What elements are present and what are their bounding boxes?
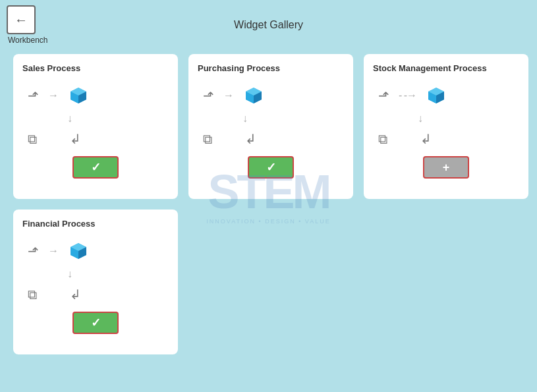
card-icons-stock: ⬏ - -→ ↓ ⧉ ↲ bbox=[373, 85, 519, 147]
card-icons-sales: ⬏ → ↓ ⧉ ↲ bbox=[22, 85, 169, 147]
check-icon-sales: ✓ bbox=[91, 160, 101, 175]
back-section: ← Workbench bbox=[7, 5, 47, 45]
arrow-icon-purchasing: → bbox=[223, 90, 234, 101]
card-icons-purchasing: ⬏ → ↓ ⧉ ↲ bbox=[198, 85, 344, 147]
down-arrow-icon-sales: ↓ bbox=[67, 113, 72, 125]
page-title: Widget Gallery bbox=[234, 19, 303, 31]
down-arrow-icon-stock: ↓ bbox=[418, 113, 423, 125]
icon-row2-purchasing: ↓ bbox=[242, 113, 248, 125]
action-btn-sales[interactable]: ✓ bbox=[72, 156, 119, 179]
icon-row2-sales: ↓ bbox=[67, 113, 72, 125]
upload-icon-purchasing: ⬏ bbox=[203, 88, 214, 103]
card-title-purchasing: Purchasing Process bbox=[198, 63, 344, 73]
return-icon-sales: ↲ bbox=[70, 131, 81, 147]
icon-row3-purchasing: ⧉ ↲ bbox=[203, 131, 256, 147]
down-arrow-icon-purchasing: ↓ bbox=[242, 113, 248, 125]
card-financial-process: Financial Process ⬏ → ↓ ⧉ ↲ ✓ bbox=[13, 210, 178, 354]
dashed-arrow-icon-stock: - -→ bbox=[399, 90, 416, 101]
header: ← Workbench Widget Gallery bbox=[0, 0, 537, 47]
icon-row3-stock: ⧉ ↲ bbox=[378, 131, 432, 147]
icon-row1-purchasing: ⬏ → bbox=[203, 85, 264, 106]
back-button[interactable]: ← bbox=[7, 5, 36, 34]
back-arrow-icon: ← bbox=[14, 13, 28, 26]
down-arrow-icon-financial: ↓ bbox=[67, 268, 72, 280]
widget-gallery-grid: Sales Process ⬏ → ↓ ⧉ ↲ ✓ bbox=[0, 47, 537, 361]
card-title-financial: Financial Process bbox=[22, 219, 169, 229]
card-sales-process: Sales Process ⬏ → ↓ ⧉ ↲ ✓ bbox=[13, 54, 178, 199]
action-btn-stock[interactable]: + bbox=[423, 156, 469, 179]
cube-icon-financial bbox=[68, 240, 89, 262]
check-icon-purchasing: ✓ bbox=[266, 160, 276, 175]
icon-row1-financial: ⬏ → bbox=[28, 240, 89, 262]
card-icons-financial: ⬏ → ↓ ⧉ ↲ bbox=[22, 240, 169, 302]
return-icon-stock: ↲ bbox=[420, 131, 432, 147]
upload-icon-financial: ⬏ bbox=[28, 243, 39, 259]
card-title-sales: Sales Process bbox=[22, 63, 169, 73]
action-btn-financial[interactable]: ✓ bbox=[72, 312, 119, 334]
icon-row2-financial: ↓ bbox=[67, 268, 72, 280]
icon-row3-financial: ⧉ ↲ bbox=[28, 287, 81, 302]
icon-row2-stock: ↓ bbox=[418, 113, 423, 125]
arrow-icon-sales: → bbox=[48, 90, 59, 101]
card-title-stock: Stock Management Process bbox=[373, 63, 519, 73]
return-icon-purchasing: ↲ bbox=[245, 131, 256, 147]
copy-icon-financial: ⧉ bbox=[28, 287, 37, 302]
icon-row1-stock: ⬏ - -→ bbox=[378, 85, 447, 106]
cube-icon-stock bbox=[426, 85, 447, 106]
arrow-icon-financial: → bbox=[48, 245, 59, 257]
icon-row3-sales: ⧉ ↲ bbox=[28, 131, 81, 147]
copy-icon-stock: ⧉ bbox=[378, 132, 387, 147]
cube-icon-purchasing bbox=[243, 85, 264, 106]
plus-icon-stock: + bbox=[443, 161, 450, 175]
card-stock-management: Stock Management Process ⬏ - -→ ↓ ⧉ ↲ bbox=[364, 54, 528, 199]
copy-icon-sales: ⧉ bbox=[28, 132, 37, 147]
cube-icon-sales bbox=[68, 85, 89, 106]
check-icon-financial: ✓ bbox=[91, 316, 101, 330]
action-btn-purchasing[interactable]: ✓ bbox=[248, 156, 294, 179]
icon-row1-sales: ⬏ → bbox=[28, 85, 89, 106]
copy-icon-purchasing: ⧉ bbox=[203, 132, 212, 147]
upload-icon-stock: ⬏ bbox=[378, 88, 389, 103]
card-purchasing-process: Purchasing Process ⬏ → ↓ ⧉ ↲ ✓ bbox=[188, 54, 353, 199]
return-icon-financial: ↲ bbox=[70, 287, 81, 302]
workbench-label: Workbench bbox=[8, 36, 47, 45]
upload-icon-sales: ⬏ bbox=[28, 88, 39, 103]
